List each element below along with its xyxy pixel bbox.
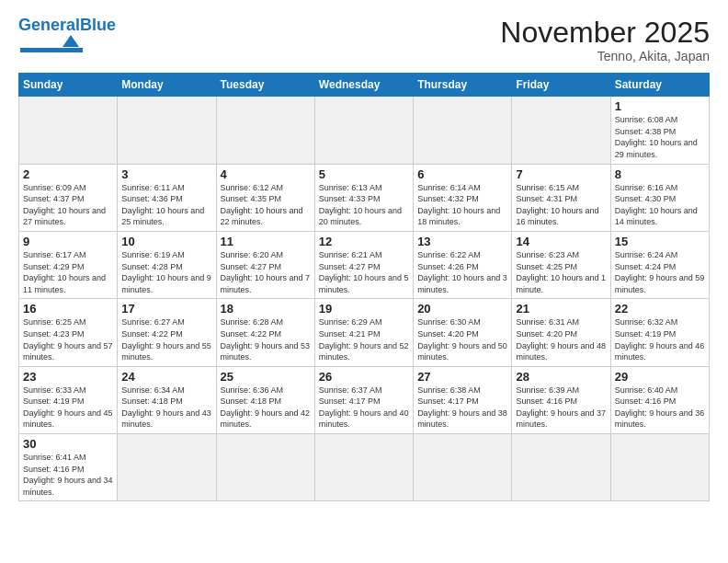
calendar-cell: 8Sunrise: 6:16 AM Sunset: 4:30 PM Daylig… <box>610 164 709 231</box>
calendar-cell: 20Sunrise: 6:30 AM Sunset: 4:20 PM Dayli… <box>414 299 512 366</box>
day-info: Sunrise: 6:30 AM Sunset: 4:20 PM Dayligh… <box>417 316 507 362</box>
day-number: 23 <box>23 370 113 384</box>
calendar-cell: 22Sunrise: 6:32 AM Sunset: 4:19 PM Dayli… <box>610 299 709 366</box>
logo-bar <box>20 48 83 52</box>
calendar-header: SundayMondayTuesdayWednesdayThursdayFrid… <box>19 74 710 97</box>
calendar-cell: 15Sunrise: 6:24 AM Sunset: 4:24 PM Dayli… <box>610 231 709 298</box>
day-number: 24 <box>121 370 211 384</box>
calendar-cell: 14Sunrise: 6:23 AM Sunset: 4:25 PM Dayli… <box>512 231 610 298</box>
calendar-cell <box>216 434 314 501</box>
calendar-cell: 6Sunrise: 6:14 AM Sunset: 4:32 PM Daylig… <box>414 164 512 231</box>
day-info: Sunrise: 6:23 AM Sunset: 4:25 PM Dayligh… <box>516 249 606 295</box>
calendar-week-6: 30Sunrise: 6:41 AM Sunset: 4:16 PM Dayli… <box>19 434 710 501</box>
day-number: 27 <box>417 370 507 384</box>
day-info: Sunrise: 6:14 AM Sunset: 4:32 PM Dayligh… <box>417 182 507 228</box>
logo: GeneralBlue <box>18 17 116 52</box>
day-number: 11 <box>221 235 311 248</box>
calendar-cell: 23Sunrise: 6:33 AM Sunset: 4:19 PM Dayli… <box>19 366 118 433</box>
day-number: 16 <box>23 302 113 316</box>
calendar-week-2: 2Sunrise: 6:09 AM Sunset: 4:37 PM Daylig… <box>19 164 710 231</box>
day-number: 14 <box>516 235 606 248</box>
day-info: Sunrise: 6:09 AM Sunset: 4:37 PM Dayligh… <box>23 182 113 228</box>
calendar-cell: 25Sunrise: 6:36 AM Sunset: 4:18 PM Dayli… <box>216 366 314 433</box>
day-info: Sunrise: 6:11 AM Sunset: 4:36 PM Dayligh… <box>121 182 211 228</box>
day-info: Sunrise: 6:32 AM Sunset: 4:19 PM Dayligh… <box>615 316 705 362</box>
day-info: Sunrise: 6:41 AM Sunset: 4:16 PM Dayligh… <box>23 452 113 498</box>
calendar-week-5: 23Sunrise: 6:33 AM Sunset: 4:19 PM Dayli… <box>19 366 710 433</box>
day-info: Sunrise: 6:13 AM Sunset: 4:33 PM Dayligh… <box>319 182 409 228</box>
day-info: Sunrise: 6:39 AM Sunset: 4:16 PM Dayligh… <box>516 385 606 431</box>
day-info: Sunrise: 6:25 AM Sunset: 4:23 PM Dayligh… <box>23 316 113 362</box>
day-number: 3 <box>121 167 211 181</box>
calendar-cell: 12Sunrise: 6:21 AM Sunset: 4:27 PM Dayli… <box>314 231 413 298</box>
calendar-cell: 4Sunrise: 6:12 AM Sunset: 4:35 PM Daylig… <box>216 164 314 231</box>
day-of-week-saturday: Saturday <box>610 74 709 97</box>
calendar-week-3: 9Sunrise: 6:17 AM Sunset: 4:29 PM Daylig… <box>19 231 710 298</box>
header: GeneralBlue November 2025 Tenno, Akita, … <box>18 17 710 63</box>
calendar-cell: 1Sunrise: 6:08 AM Sunset: 4:38 PM Daylig… <box>610 97 709 164</box>
day-number: 8 <box>615 167 705 181</box>
day-number: 1 <box>615 99 705 113</box>
calendar-title: November 2025 <box>500 17 710 49</box>
calendar-cell: 3Sunrise: 6:11 AM Sunset: 4:36 PM Daylig… <box>118 164 216 231</box>
day-of-week-tuesday: Tuesday <box>216 74 314 97</box>
day-number: 5 <box>319 167 409 181</box>
day-of-week-sunday: Sunday <box>19 74 118 97</box>
calendar-cell <box>19 97 118 164</box>
day-of-week-thursday: Thursday <box>414 74 512 97</box>
calendar-cell <box>512 97 610 164</box>
calendar-cell: 24Sunrise: 6:34 AM Sunset: 4:18 PM Dayli… <box>118 366 216 433</box>
calendar-cell: 9Sunrise: 6:17 AM Sunset: 4:29 PM Daylig… <box>19 231 118 298</box>
day-number: 22 <box>615 302 705 316</box>
calendar-location: Tenno, Akita, Japan <box>500 49 710 63</box>
day-info: Sunrise: 6:17 AM Sunset: 4:29 PM Dayligh… <box>23 249 113 295</box>
calendar-cell: 29Sunrise: 6:40 AM Sunset: 4:16 PM Dayli… <box>610 366 709 433</box>
day-number: 10 <box>121 235 211 248</box>
day-info: Sunrise: 6:24 AM Sunset: 4:24 PM Dayligh… <box>615 249 705 295</box>
day-number: 2 <box>23 167 113 181</box>
day-number: 21 <box>516 302 606 316</box>
calendar-cell: 2Sunrise: 6:09 AM Sunset: 4:37 PM Daylig… <box>19 164 118 231</box>
calendar-table: SundayMondayTuesdayWednesdayThursdayFrid… <box>18 73 710 501</box>
calendar-cell: 7Sunrise: 6:15 AM Sunset: 4:31 PM Daylig… <box>512 164 610 231</box>
day-number: 30 <box>23 437 113 451</box>
calendar-cell: 11Sunrise: 6:20 AM Sunset: 4:27 PM Dayli… <box>216 231 314 298</box>
day-info: Sunrise: 6:08 AM Sunset: 4:38 PM Dayligh… <box>615 114 705 160</box>
day-number: 18 <box>221 302 311 316</box>
day-number: 13 <box>417 235 507 248</box>
day-of-week-wednesday: Wednesday <box>314 74 413 97</box>
day-number: 15 <box>615 235 705 248</box>
day-number: 9 <box>23 235 113 248</box>
day-number: 29 <box>615 370 705 384</box>
calendar-cell <box>512 434 610 501</box>
calendar-week-4: 16Sunrise: 6:25 AM Sunset: 4:23 PM Dayli… <box>19 299 710 366</box>
calendar-cell <box>414 97 512 164</box>
day-info: Sunrise: 6:16 AM Sunset: 4:30 PM Dayligh… <box>615 182 705 228</box>
day-number: 25 <box>221 370 311 384</box>
calendar-cell <box>216 97 314 164</box>
day-number: 4 <box>221 167 311 181</box>
calendar-page: GeneralBlue November 2025 Tenno, Akita, … <box>0 0 728 563</box>
day-of-week-friday: Friday <box>512 74 610 97</box>
day-info: Sunrise: 6:28 AM Sunset: 4:22 PM Dayligh… <box>221 316 311 362</box>
calendar-cell: 17Sunrise: 6:27 AM Sunset: 4:22 PM Dayli… <box>118 299 216 366</box>
day-info: Sunrise: 6:15 AM Sunset: 4:31 PM Dayligh… <box>516 182 606 228</box>
day-info: Sunrise: 6:12 AM Sunset: 4:35 PM Dayligh… <box>221 182 311 228</box>
day-info: Sunrise: 6:38 AM Sunset: 4:17 PM Dayligh… <box>417 385 507 431</box>
calendar-cell <box>118 97 216 164</box>
calendar-cell: 28Sunrise: 6:39 AM Sunset: 4:16 PM Dayli… <box>512 366 610 433</box>
calendar-cell: 16Sunrise: 6:25 AM Sunset: 4:23 PM Dayli… <box>19 299 118 366</box>
calendar-cell: 21Sunrise: 6:31 AM Sunset: 4:20 PM Dayli… <box>512 299 610 366</box>
day-info: Sunrise: 6:21 AM Sunset: 4:27 PM Dayligh… <box>319 249 409 295</box>
calendar-cell: 10Sunrise: 6:19 AM Sunset: 4:28 PM Dayli… <box>118 231 216 298</box>
title-block: November 2025 Tenno, Akita, Japan <box>500 17 710 63</box>
logo-general: General <box>18 16 80 34</box>
day-info: Sunrise: 6:34 AM Sunset: 4:18 PM Dayligh… <box>121 385 211 431</box>
day-info: Sunrise: 6:36 AM Sunset: 4:18 PM Dayligh… <box>221 385 311 431</box>
calendar-cell <box>314 434 413 501</box>
day-number: 28 <box>516 370 606 384</box>
calendar-cell <box>314 97 413 164</box>
day-info: Sunrise: 6:20 AM Sunset: 4:27 PM Dayligh… <box>221 249 311 295</box>
day-info: Sunrise: 6:33 AM Sunset: 4:19 PM Dayligh… <box>23 385 113 431</box>
day-info: Sunrise: 6:31 AM Sunset: 4:20 PM Dayligh… <box>516 316 606 362</box>
